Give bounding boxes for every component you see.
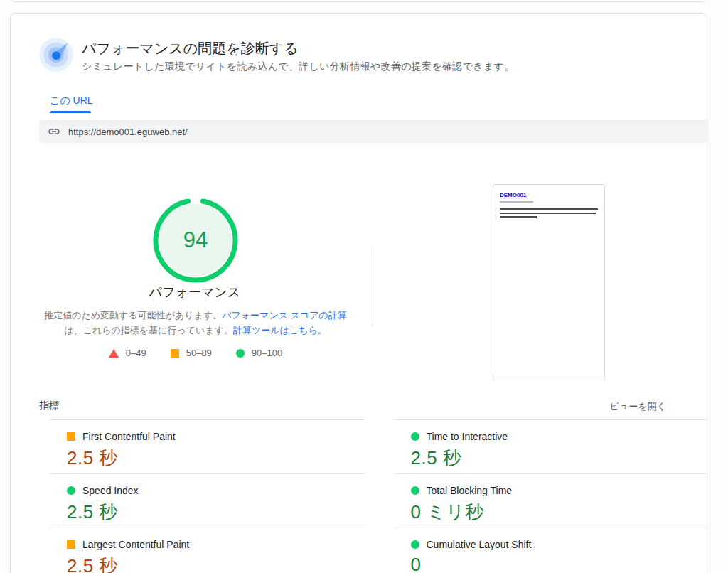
tab-this-url[interactable]: この URL	[50, 95, 93, 107]
fail-triangle-icon	[109, 349, 119, 358]
disclaimer-text-2: は、これらの指標を基に行っています。	[64, 325, 233, 336]
performance-diagnose-card: パフォーマンスの問題を診断する シミュレートした環境でサイトを読み込んで、詳しい…	[10, 13, 707, 573]
calculator-link[interactable]: 計算ツールはこちら。	[233, 325, 327, 336]
thumbnail-text-line	[500, 213, 596, 215]
page-subtitle: シミュレートした環境でサイトを読み込んで、詳しい分析情報や改善の提案を確認できま…	[82, 60, 514, 73]
metric-name: Total Blocking Time	[427, 485, 513, 496]
metric-name: First Contentful Paint	[82, 431, 176, 442]
thumbnail-text-line	[500, 216, 537, 218]
legend-average-range: 50–89	[186, 348, 212, 358]
url-bar: https://demo001.eguweb.net/	[39, 120, 709, 143]
metric-value: 2.5 秒	[411, 446, 709, 471]
average-square-icon	[171, 349, 179, 358]
metrics-section-label: 指標	[39, 400, 59, 412]
page-screenshot-thumbnail[interactable]: DEMO001	[493, 184, 605, 380]
pass-circle-icon	[411, 486, 419, 495]
link-icon	[48, 125, 60, 138]
metric-name: Time to Interactive	[427, 431, 508, 442]
legend-pass-range: 90–100	[252, 348, 282, 358]
thumbnail-text-line	[500, 201, 533, 203]
thumbnail-site-title: DEMO001	[500, 192, 598, 198]
average-square-icon	[67, 432, 75, 441]
score-disclaimer: 推定値のため変動する可能性があります。パフォーマンス スコアの計算は、これらの指…	[38, 308, 353, 338]
pagespeed-insights-page: パフォーマンスの問題を診断する シミュレートした環境でサイトを読み込んで、詳しい…	[0, 0, 728, 573]
score-calc-link[interactable]: パフォーマンス スコアの計算	[222, 310, 347, 321]
average-square-icon	[67, 540, 75, 549]
thumbnail-text-line	[500, 208, 598, 210]
score-legend: 0–49 50–89 90–100	[38, 348, 353, 358]
performance-score-gauge: 94	[152, 197, 239, 284]
performance-score-label: パフォーマンス	[109, 284, 280, 301]
metric-value: 2.5 秒	[67, 554, 365, 573]
legend-item-pass: 90–100	[236, 348, 282, 358]
disclaimer-text-1: 推定値のため変動する可能性があります。	[44, 310, 222, 321]
pass-circle-icon	[411, 432, 419, 441]
metric-value: 0 ミリ秒	[411, 500, 709, 525]
metrics-grid: First Contentful Paint 2.5 秒 Time to Int…	[50, 419, 708, 573]
metric-first-contentful-paint: First Contentful Paint 2.5 秒	[50, 419, 365, 473]
metric-cumulative-layout-shift: Cumulative Layout Shift 0	[394, 528, 709, 573]
tested-url: https://demo001.eguweb.net/	[68, 127, 188, 137]
pass-circle-icon	[67, 486, 75, 495]
performance-score-value: 94	[152, 197, 239, 284]
metric-value: 2.5 秒	[67, 500, 365, 525]
legend-item-average: 50–89	[171, 348, 212, 358]
column-divider	[373, 245, 373, 326]
legend-fail-range: 0–49	[126, 348, 146, 358]
pass-circle-icon	[236, 349, 245, 358]
metric-speed-index: Speed Index 2.5 秒	[50, 473, 365, 528]
metric-largest-contentful-paint: Largest Contentful Paint 2.5 秒	[50, 528, 365, 573]
metric-name: Speed Index	[82, 485, 139, 496]
speedometer-lab-icon	[38, 36, 75, 73]
previous-card-edge	[10, 0, 707, 2]
open-view-button[interactable]: ビューを開く	[610, 400, 666, 413]
metric-time-to-interactive: Time to Interactive 2.5 秒	[394, 419, 709, 473]
page-title: パフォーマンスの問題を診断する	[82, 39, 299, 58]
metric-name: Largest Contentful Paint	[82, 539, 189, 550]
legend-item-fail: 0–49	[109, 348, 146, 358]
pass-circle-icon	[411, 540, 419, 549]
metric-total-blocking-time: Total Blocking Time 0 ミリ秒	[394, 473, 709, 528]
metric-value: 0	[411, 554, 709, 573]
tab-active-underline	[50, 111, 91, 113]
metric-value: 2.5 秒	[67, 446, 365, 471]
metric-name: Cumulative Layout Shift	[427, 539, 532, 550]
